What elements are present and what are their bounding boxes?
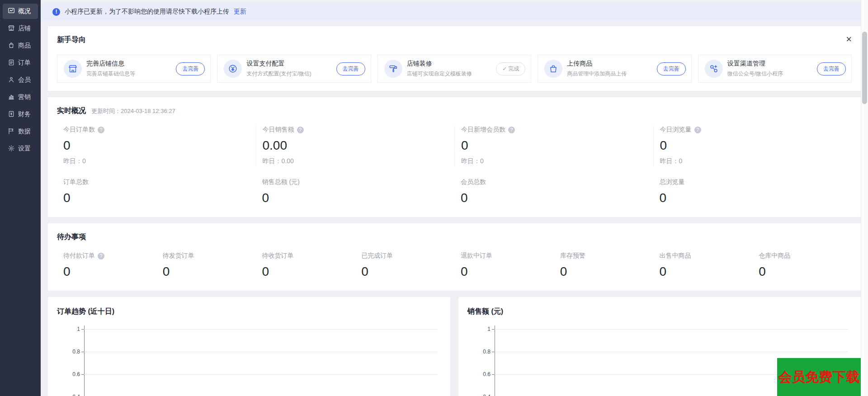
go-complete-button[interactable]: 去完善: [336, 62, 365, 75]
guide-card-subtitle: 完善店铺基础信息等: [86, 70, 171, 78]
completed-badge: ✓完成: [496, 62, 525, 75]
stat-label: 今日订单数: [63, 126, 95, 134]
sidebar-item-label: 概况: [18, 7, 31, 15]
guide-card-subtitle: 商品管理中添加商品上传: [567, 70, 652, 78]
sidebar-item-shop[interactable]: 店铺: [3, 21, 38, 36]
stat-today-sales: 今日销售额? 0.00 昨日：0.00: [256, 125, 455, 166]
guide-card-title: 上传商品: [567, 60, 652, 68]
stat-label: 待发货订单: [163, 252, 194, 260]
sidebar-item-overview[interactable]: 概况: [3, 4, 38, 19]
stat-value: 0.00: [263, 138, 455, 153]
storefront-icon: [8, 24, 15, 33]
help-icon[interactable]: ?: [297, 127, 304, 133]
y-tick-label: 1: [77, 326, 80, 332]
sidebar-item-finance[interactable]: 财务: [3, 107, 38, 122]
guide-card-store-info: 完善店铺信息 完善店铺基础信息等 去完善: [57, 55, 211, 83]
scrollbar-thumb[interactable]: [862, 32, 867, 104]
stat-label: 已完成订单: [361, 252, 393, 260]
gridline: [84, 329, 438, 330]
bar-chart-icon: [8, 93, 15, 102]
close-icon[interactable]: ×: [846, 35, 852, 43]
sidebar-item-label: 财务: [18, 110, 31, 118]
gridline: [495, 352, 848, 352]
stat-value: 0: [560, 264, 653, 279]
user-icon: [8, 76, 15, 85]
scrollbar-track[interactable]: [861, 0, 868, 396]
todo-section: 待办事项 待付款订单? 0 待发货订单 0 待收货订单 0: [48, 223, 861, 291]
todo-on-sale-goods: 出售中商品 0: [653, 251, 753, 280]
shopping-bag-icon: [8, 42, 15, 50]
stat-total-sales: 销售总额 (元) 0: [256, 177, 455, 206]
stat-value: 0: [660, 264, 753, 279]
stat-label: 今日浏览量: [660, 126, 692, 134]
chart-title: 订单趋势 (近十日): [57, 307, 441, 316]
content: 新手导向 × 完善店铺信息 完善店铺基础信息等 去完善: [41, 21, 861, 396]
sidebar-item-data[interactable]: 数据: [3, 124, 38, 139]
promo-badge[interactable]: 会员免费下载: [777, 358, 861, 396]
sidebar-item-goods[interactable]: 商品: [3, 38, 38, 53]
todo-grid: 待付款订单? 0 待发货订单 0 待收货订单 0 已完成订单 0: [57, 251, 852, 280]
todo-refunding-orders: 退款中订单 0: [454, 251, 554, 280]
stat-label: 退款中订单: [461, 252, 492, 260]
help-icon[interactable]: ?: [98, 253, 104, 259]
stat-label: 会员总数: [461, 178, 486, 186]
stat-label: 销售总额 (元): [262, 178, 300, 186]
total-stats-row: 订单总数 0 销售总额 (元) 0 会员总数 0 总浏览量 0: [57, 177, 852, 206]
sidebar-item-label: 设置: [18, 145, 31, 153]
stat-value: 0: [461, 264, 554, 279]
guide-card-decoration: 店铺装修 店铺可实现自定义模板装修 ✓完成: [377, 55, 531, 83]
gridline: [84, 352, 438, 352]
sidebar-item-orders[interactable]: 订单: [3, 55, 38, 71]
go-complete-button[interactable]: 去完善: [657, 62, 686, 75]
stat-today-orders: 今日订单数? 0 昨日：0: [57, 125, 256, 166]
stat-today-new-members: 今日新增会员数? 0 昨日：0: [454, 125, 653, 166]
guide-card-subtitle: 店铺可实现自定义模板装修: [407, 70, 491, 78]
y-axis-line: [495, 325, 495, 396]
order-trend-chart-card: 订单趋势 (近十日) 1 0.8: [48, 297, 450, 396]
help-icon[interactable]: ?: [98, 127, 104, 133]
realtime-section-title: 实时概况: [57, 106, 86, 116]
sidebar-item-settings[interactable]: 设置: [3, 141, 38, 156]
stat-label: 今日销售额: [263, 126, 294, 134]
tick-mark: [81, 352, 84, 352]
guide-card-title: 完善店铺信息: [86, 60, 171, 68]
finance-yen-icon: [8, 110, 15, 119]
charts-row: 订单趋势 (近十日) 1 0.8: [48, 297, 861, 396]
stat-yesterday: 昨日：0.00: [263, 157, 455, 165]
stat-value: 0: [461, 191, 653, 205]
stat-today-pageviews: 今日浏览量? 0 昨日：0: [653, 125, 852, 166]
sidebar-item-marketing[interactable]: 营销: [3, 90, 38, 105]
help-icon[interactable]: ?: [694, 127, 701, 133]
guide-section-title: 新手导向: [57, 35, 86, 45]
stat-label: 总浏览量: [660, 178, 685, 186]
guide-card-title: 设置渠道管理: [727, 60, 812, 68]
update-time: 更新时间：2024-03-18 12:36:27: [91, 107, 175, 115]
help-icon[interactable]: ?: [508, 127, 515, 133]
main-area: ! 小程序已更新，为了不影响您的使用请尽快下载小程序上传 更新 新手导向 × 完…: [41, 0, 861, 396]
stat-label: 待付款订单: [63, 252, 95, 260]
stat-label: 订单总数: [63, 178, 89, 186]
guide-card-upload-goods: 上传商品 商品管理中添加商品上传 去完善: [538, 55, 691, 83]
go-complete-button[interactable]: 去完善: [176, 62, 205, 75]
order-trend-chart: 1 0.8 0.6: [84, 329, 438, 396]
go-complete-button[interactable]: 去完善: [817, 62, 846, 75]
stat-yesterday: 昨日：0: [660, 157, 852, 165]
y-tick-label: 0.4: [483, 394, 491, 396]
stat-label: 待收货订单: [262, 252, 294, 260]
sidebar-item-members[interactable]: 会员: [3, 72, 38, 88]
todo-pending-shipment: 待发货订单 0: [156, 251, 256, 280]
stat-value: 0: [660, 138, 852, 153]
update-link[interactable]: 更新: [234, 8, 246, 16]
stat-total-orders: 订单总数 0: [57, 177, 256, 206]
chart-title: 销售额 (元): [467, 307, 852, 316]
stat-label: 今日新增会员数: [461, 126, 505, 134]
stat-label: 仓库中商品: [759, 252, 790, 260]
stat-value: 0: [262, 264, 355, 279]
tick-mark: [492, 352, 495, 352]
y-tick-label: 0.4: [72, 394, 80, 396]
handbag-icon: [544, 60, 562, 78]
stat-total-pageviews: 总浏览量 0: [653, 177, 852, 206]
channel-nodes-icon: [705, 60, 723, 78]
sidebar-item-label: 商品: [18, 42, 31, 50]
notice-text: 小程序已更新，为了不影响您的使用请尽快下载小程序上传: [65, 8, 229, 16]
